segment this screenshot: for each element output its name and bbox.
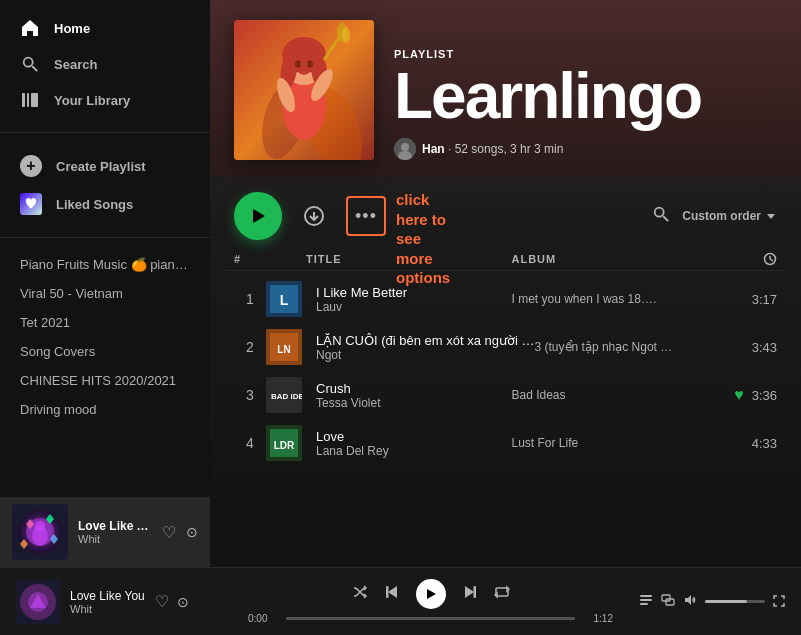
volume-bar[interactable]: [705, 600, 765, 603]
track-name: Crush: [316, 381, 512, 396]
track-info: Love Lana Del Rey: [306, 429, 512, 458]
player-left: Love Like You Whit ♡ ⊙: [16, 580, 236, 624]
svg-text:BAD IDEAS: BAD IDEAS: [271, 392, 302, 401]
bottom-player: Love Like You Whit ♡ ⊙: [0, 567, 801, 635]
player-play-button[interactable]: [416, 579, 446, 609]
player-track-name: Love Like You: [70, 589, 145, 603]
table-row[interactable]: 2 LN LẶN CUỐI (đi bên em xót xa người … …: [226, 323, 785, 371]
list-item[interactable]: Song Covers: [0, 337, 210, 366]
player-track-info: Love Like You Whit: [70, 589, 145, 615]
svg-point-36: [655, 207, 664, 216]
svg-line-61: [356, 592, 360, 596]
library-icon: [20, 90, 40, 110]
tracks-header: # TITLE ALBUM: [226, 248, 785, 271]
progress-bar-container: 0:00 1:12: [248, 613, 613, 624]
list-item[interactable]: CHINESE HITS 2020/2021: [0, 366, 210, 395]
play-button[interactable]: [234, 192, 282, 240]
heart-outline-icon[interactable]: ♡: [162, 523, 176, 542]
custom-order-label: Custom order: [682, 209, 761, 223]
custom-order-button[interactable]: Custom order: [682, 209, 777, 223]
svg-rect-4: [31, 93, 38, 107]
sidebar-item-library[interactable]: Your Library: [0, 82, 210, 118]
liked-songs-button[interactable]: Liked Songs: [0, 185, 210, 223]
table-row[interactable]: 4 LDR Love Lana Del Rey Lust For Life 4:…: [226, 419, 785, 467]
playlist-title: Learnlingo: [394, 64, 777, 128]
playlist-header: PLAYLIST Learnlingo Han · 52 songs, 3 hr…: [210, 0, 801, 176]
track-duration-cell: 4:33: [717, 436, 777, 451]
svg-rect-69: [640, 595, 652, 597]
playlist-info: PLAYLIST Learnlingo Han · 52 songs, 3 hr…: [394, 48, 777, 160]
sidebar-track-name: Love Like You: [78, 519, 152, 533]
fullscreen-icon[interactable]: [773, 594, 785, 610]
sidebar-divider: [0, 132, 210, 133]
svg-point-13: [35, 521, 45, 531]
playlist-meta: Han · 52 songs, 3 hr 3 min: [394, 138, 777, 160]
svg-point-28: [295, 61, 301, 68]
track-name: LẶN CUỐI (đi bên em xót xa người …: [316, 333, 535, 348]
playlist-meta-text: Han · 52 songs, 3 hr 3 min: [422, 142, 563, 156]
shuffle-icon[interactable]: [352, 584, 368, 604]
sidebar-item-search[interactable]: Search: [0, 46, 210, 82]
list-item[interactable]: Tet 2021: [0, 308, 210, 337]
track-artist: Ngot: [316, 348, 535, 362]
table-row[interactable]: 3 BAD IDEAS Crush Tessa Violet Bad Ideas…: [226, 371, 785, 419]
svg-marker-66: [427, 589, 436, 599]
progress-bar[interactable]: [286, 617, 575, 620]
svg-marker-33: [253, 209, 265, 223]
sidebar-divider-2: [0, 237, 210, 238]
owner-avatar: [394, 138, 416, 160]
track-duration: 4:33: [752, 436, 777, 451]
sidebar-item-library-label: Your Library: [54, 93, 130, 108]
search-tracks-button[interactable]: [652, 205, 670, 228]
svg-point-25: [342, 27, 350, 43]
volume-icon[interactable]: [683, 593, 697, 610]
track-thumbnail: L: [266, 281, 302, 317]
sidebar-bottom-controls: ♡ ⊙: [162, 523, 198, 542]
heart-icon: [20, 193, 42, 215]
picture-in-picture-icon[interactable]: ⊙: [186, 524, 198, 540]
player-heart-icon[interactable]: ♡: [155, 592, 169, 611]
list-item[interactable]: Viral 50 - Vietnam: [0, 279, 210, 308]
track-duration: 3:43: [752, 340, 777, 355]
track-name: Love: [316, 429, 512, 444]
track-artist: Lana Del Rey: [316, 444, 512, 458]
svg-point-29: [307, 61, 313, 68]
more-options-button[interactable]: ••• click here to see more options: [346, 196, 386, 236]
svg-rect-2: [22, 93, 25, 107]
download-button[interactable]: [298, 200, 330, 232]
next-icon[interactable]: [462, 584, 478, 604]
queue-icon[interactable]: [639, 593, 653, 610]
track-artist: Tessa Violet: [316, 396, 512, 410]
create-playlist-button[interactable]: + Create Playlist: [0, 147, 210, 185]
svg-rect-65: [386, 586, 389, 598]
add-icon: +: [20, 155, 42, 177]
list-item[interactable]: Driving mood: [0, 395, 210, 424]
playlist-type-label: PLAYLIST: [394, 48, 777, 60]
current-time: 0:00: [248, 613, 278, 624]
track-duration-cell: 3:17: [717, 292, 777, 307]
liked-songs-label: Liked Songs: [56, 197, 133, 212]
sidebar-thumbnail: [12, 504, 68, 560]
track-album: 3 (tuyển tập nhạc Ngot …: [535, 340, 695, 354]
player-pip-icon[interactable]: ⊙: [177, 594, 189, 610]
track-album: Bad Ideas: [512, 388, 672, 402]
playlist-controls: ••• click here to see more options Custo…: [210, 176, 801, 248]
sidebar-actions: + Create Playlist Liked Songs: [0, 141, 210, 229]
player-center: 0:00 1:12: [248, 579, 613, 624]
track-info: Crush Tessa Violet: [306, 381, 512, 410]
svg-marker-67: [465, 586, 474, 598]
track-duration: 3:17: [752, 292, 777, 307]
player-thumbnail: [16, 580, 60, 624]
player-track-artist: Whit: [70, 603, 145, 615]
svg-text:L: L: [280, 292, 289, 308]
list-item[interactable]: Piano Fruits Music 🍊 piano …: [0, 250, 210, 279]
devices-icon[interactable]: [661, 593, 675, 610]
table-row[interactable]: 1 L I Like Me Better Lauv I met you when…: [226, 275, 785, 323]
col-title-spacer: [266, 252, 306, 266]
previous-icon[interactable]: [384, 584, 400, 604]
repeat-icon[interactable]: [494, 584, 510, 604]
sidebar-item-home[interactable]: Home: [0, 10, 210, 46]
svg-marker-38: [767, 214, 775, 219]
sidebar-item-home-label: Home: [54, 21, 90, 36]
col-num: #: [234, 252, 266, 266]
